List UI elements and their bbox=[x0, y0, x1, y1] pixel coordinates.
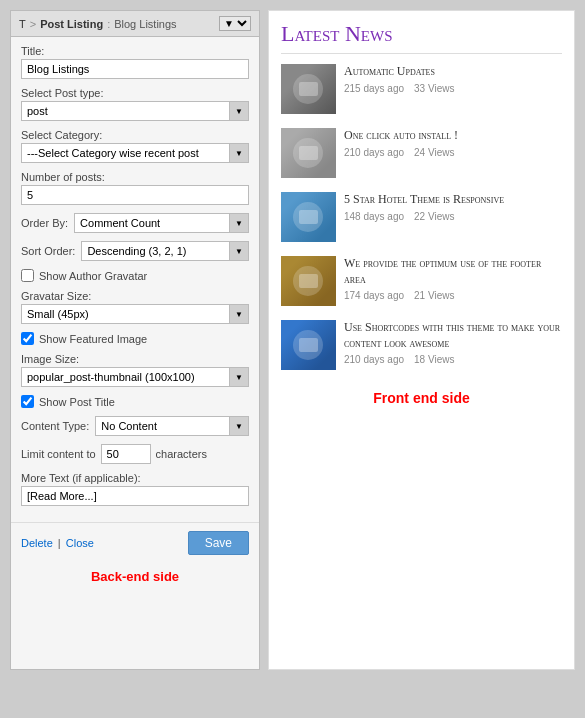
news-title-2: One click auto install ! bbox=[344, 128, 562, 144]
left-footer: Delete | Close Save bbox=[11, 522, 259, 563]
show-author-label: Show Author Gravatar bbox=[39, 270, 147, 282]
news-meta-5: 210 days ago18 Views bbox=[344, 354, 562, 365]
news-item: Automatic Updates215 days ago33 Views bbox=[281, 64, 562, 114]
sort-order-select[interactable]: Descending (3, 2, 1) bbox=[81, 241, 249, 261]
image-size-label: Image Size: bbox=[21, 353, 249, 365]
news-views-2: 24 Views bbox=[414, 147, 454, 158]
news-content-4: We provide the optimum use of the footer… bbox=[344, 256, 562, 301]
news-item: Use Shortcodes with this theme to make y… bbox=[281, 320, 562, 370]
num-posts-field-group: Number of posts: bbox=[21, 171, 249, 205]
more-text-input[interactable] bbox=[21, 486, 249, 506]
more-text-field-group: More Text (if applicable): bbox=[21, 472, 249, 506]
right-panel: Latest News Automatic Updates215 days ag… bbox=[268, 10, 575, 670]
news-title-4: We provide the optimum use of the footer… bbox=[344, 256, 562, 287]
news-thumb-2 bbox=[281, 128, 336, 178]
gravatar-size-select[interactable]: Small (45px) bbox=[21, 304, 249, 324]
image-size-field-group: Image Size: popular_post-thumbnail (100x… bbox=[21, 353, 249, 387]
news-thumb-3 bbox=[281, 192, 336, 242]
news-title-3: 5 Star Hotel Theme is Responsive bbox=[344, 192, 562, 208]
gravatar-size-select-wrap: Small (45px) ▼ bbox=[21, 304, 249, 324]
show-post-title-checkbox[interactable] bbox=[21, 395, 34, 408]
more-text-label: More Text (if applicable): bbox=[21, 472, 249, 484]
news-item: We provide the optimum use of the footer… bbox=[281, 256, 562, 306]
news-meta-4: 174 days ago21 Views bbox=[344, 290, 562, 301]
news-thumb-5 bbox=[281, 320, 336, 370]
pipe-sep: | bbox=[58, 537, 61, 549]
content-type-select[interactable]: No Content bbox=[95, 416, 249, 436]
title-label: Title: bbox=[21, 45, 249, 57]
news-days-4: 174 days ago bbox=[344, 290, 404, 301]
left-panel: T > Post Listing : Blog Listings ▼ Title… bbox=[10, 10, 260, 670]
colon-sep: : bbox=[107, 18, 110, 30]
news-content-5: Use Shortcodes with this theme to make y… bbox=[344, 320, 562, 365]
news-content-2: One click auto install !210 days ago24 V… bbox=[344, 128, 562, 158]
header-dropdown[interactable]: ▼ bbox=[219, 16, 251, 31]
limit-content-label: Limit content to bbox=[21, 448, 96, 460]
delete-link[interactable]: Delete bbox=[21, 537, 53, 549]
order-by-field: Order By: Comment Count ▼ bbox=[21, 213, 249, 233]
post-type-label: Select Post type: bbox=[21, 87, 249, 99]
breadcrumb-sep: > bbox=[30, 18, 36, 30]
show-featured-checkbox[interactable] bbox=[21, 332, 34, 345]
news-views-1: 33 Views bbox=[414, 83, 454, 94]
post-type-field-group: Select Post type: post ▼ bbox=[21, 87, 249, 121]
news-title-5: Use Shortcodes with this theme to make y… bbox=[344, 320, 562, 351]
show-author-checkbox[interactable] bbox=[21, 269, 34, 282]
limit-content-input[interactable] bbox=[101, 444, 151, 464]
gravatar-size-label: Gravatar Size: bbox=[21, 290, 249, 302]
post-listing-label: Post Listing bbox=[40, 18, 103, 30]
news-meta-3: 148 days ago22 Views bbox=[344, 211, 562, 222]
sort-order-select-wrap: Descending (3, 2, 1) ▼ bbox=[81, 241, 249, 261]
post-type-select-wrap: post ▼ bbox=[21, 101, 249, 121]
svg-rect-8 bbox=[299, 210, 318, 224]
order-by-label: Order By: bbox=[21, 217, 68, 229]
t-label: T bbox=[19, 18, 26, 30]
order-by-select-wrap: Comment Count ▼ bbox=[74, 213, 249, 233]
title-input[interactable] bbox=[21, 59, 249, 79]
news-days-5: 210 days ago bbox=[344, 354, 404, 365]
news-content-1: Automatic Updates215 days ago33 Views bbox=[344, 64, 562, 94]
news-days-2: 210 days ago bbox=[344, 147, 404, 158]
sort-order-label: Sort Order: bbox=[21, 245, 75, 257]
news-views-3: 22 Views bbox=[414, 211, 454, 222]
title-field-group: Title: bbox=[21, 45, 249, 79]
footer-links: Delete | Close bbox=[21, 537, 94, 549]
gravatar-size-field-group: Gravatar Size: Small (45px) ▼ bbox=[21, 290, 249, 324]
limit-content-row: Limit content to characters bbox=[21, 444, 249, 464]
content-type-field: Content Type: No Content ▼ bbox=[21, 416, 249, 436]
front-end-label: Front end side bbox=[281, 390, 562, 406]
latest-news-title: Latest News bbox=[281, 21, 562, 54]
show-featured-field: Show Featured Image bbox=[21, 332, 249, 345]
post-type-select[interactable]: post bbox=[21, 101, 249, 121]
category-label: Select Category: bbox=[21, 129, 249, 141]
svg-rect-2 bbox=[299, 82, 318, 96]
news-days-3: 148 days ago bbox=[344, 211, 404, 222]
left-header: T > Post Listing : Blog Listings ▼ bbox=[11, 11, 259, 37]
left-body: Title: Select Post type: post ▼ Select C… bbox=[11, 37, 259, 522]
order-by-select[interactable]: Comment Count bbox=[74, 213, 249, 233]
svg-rect-5 bbox=[299, 146, 318, 160]
news-meta-2: 210 days ago24 Views bbox=[344, 147, 562, 158]
save-button[interactable]: Save bbox=[188, 531, 249, 555]
show-post-title-label: Show Post Title bbox=[39, 396, 115, 408]
category-select[interactable]: ---Select Category wise recent post bbox=[21, 143, 249, 163]
content-type-label: Content Type: bbox=[21, 420, 89, 432]
content-type-select-wrap: No Content ▼ bbox=[95, 416, 249, 436]
num-posts-label: Number of posts: bbox=[21, 171, 249, 183]
blog-listings-label: Blog Listings bbox=[114, 18, 176, 30]
news-item: One click auto install !210 days ago24 V… bbox=[281, 128, 562, 178]
close-link[interactable]: Close bbox=[66, 537, 94, 549]
category-field-group: Select Category: ---Select Category wise… bbox=[21, 129, 249, 163]
news-thumb-1 bbox=[281, 64, 336, 114]
num-posts-input[interactable] bbox=[21, 185, 249, 205]
image-size-select[interactable]: popular_post-thumbnail (100x100) bbox=[21, 367, 249, 387]
image-size-select-wrap: popular_post-thumbnail (100x100) ▼ bbox=[21, 367, 249, 387]
news-views-4: 21 Views bbox=[414, 290, 454, 301]
svg-rect-14 bbox=[299, 338, 318, 352]
news-title-1: Automatic Updates bbox=[344, 64, 562, 80]
news-meta-1: 215 days ago33 Views bbox=[344, 83, 562, 94]
show-author-field: Show Author Gravatar bbox=[21, 269, 249, 282]
back-end-label: Back-end side bbox=[11, 563, 259, 592]
limit-content-suffix: characters bbox=[156, 448, 207, 460]
category-select-wrap: ---Select Category wise recent post ▼ bbox=[21, 143, 249, 163]
